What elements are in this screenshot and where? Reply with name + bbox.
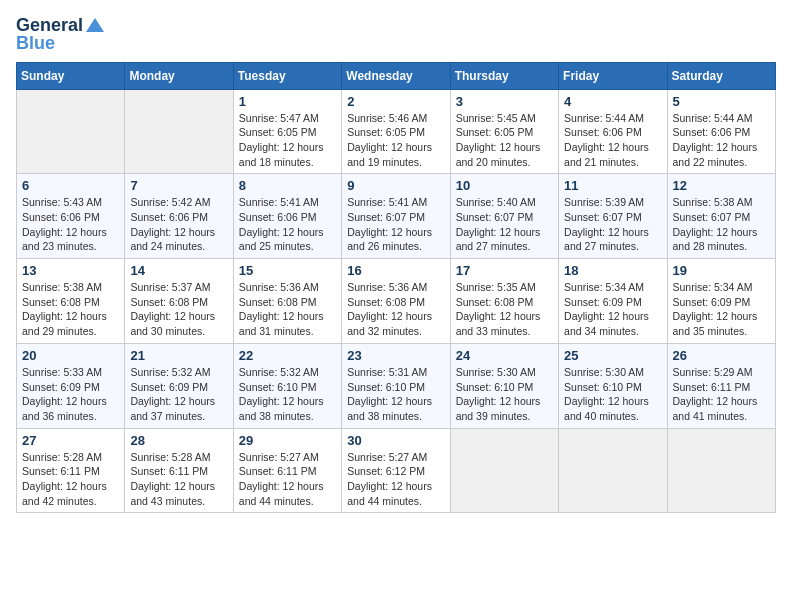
calendar-cell: 13Sunrise: 5:38 AMSunset: 6:08 PMDayligh… [17,259,125,344]
calendar-header-row: SundayMondayTuesdayWednesdayThursdayFrid… [17,62,776,89]
calendar-cell: 30Sunrise: 5:27 AMSunset: 6:12 PMDayligh… [342,428,450,513]
day-number: 9 [347,178,444,193]
weekday-header-tuesday: Tuesday [233,62,341,89]
day-info: Sunrise: 5:44 AMSunset: 6:06 PMDaylight:… [673,111,770,170]
day-info: Sunrise: 5:36 AMSunset: 6:08 PMDaylight:… [239,280,336,339]
day-info: Sunrise: 5:29 AMSunset: 6:11 PMDaylight:… [673,365,770,424]
day-number: 7 [130,178,227,193]
day-number: 20 [22,348,119,363]
day-info: Sunrise: 5:28 AMSunset: 6:11 PMDaylight:… [130,450,227,509]
day-info: Sunrise: 5:38 AMSunset: 6:08 PMDaylight:… [22,280,119,339]
day-info: Sunrise: 5:30 AMSunset: 6:10 PMDaylight:… [456,365,553,424]
weekday-header-thursday: Thursday [450,62,558,89]
calendar-cell: 24Sunrise: 5:30 AMSunset: 6:10 PMDayligh… [450,343,558,428]
day-info: Sunrise: 5:36 AMSunset: 6:08 PMDaylight:… [347,280,444,339]
day-info: Sunrise: 5:41 AMSunset: 6:07 PMDaylight:… [347,195,444,254]
calendar-cell: 6Sunrise: 5:43 AMSunset: 6:06 PMDaylight… [17,174,125,259]
day-number: 11 [564,178,661,193]
calendar-cell: 29Sunrise: 5:27 AMSunset: 6:11 PMDayligh… [233,428,341,513]
calendar-cell [667,428,775,513]
day-info: Sunrise: 5:41 AMSunset: 6:06 PMDaylight:… [239,195,336,254]
calendar-cell: 3Sunrise: 5:45 AMSunset: 6:05 PMDaylight… [450,89,558,174]
weekday-header-saturday: Saturday [667,62,775,89]
day-number: 15 [239,263,336,278]
day-info: Sunrise: 5:28 AMSunset: 6:11 PMDaylight:… [22,450,119,509]
day-number: 23 [347,348,444,363]
day-info: Sunrise: 5:30 AMSunset: 6:10 PMDaylight:… [564,365,661,424]
calendar-cell: 20Sunrise: 5:33 AMSunset: 6:09 PMDayligh… [17,343,125,428]
calendar-cell: 5Sunrise: 5:44 AMSunset: 6:06 PMDaylight… [667,89,775,174]
day-number: 3 [456,94,553,109]
calendar-cell: 4Sunrise: 5:44 AMSunset: 6:06 PMDaylight… [559,89,667,174]
day-number: 4 [564,94,661,109]
day-info: Sunrise: 5:47 AMSunset: 6:05 PMDaylight:… [239,111,336,170]
calendar-week-row: 13Sunrise: 5:38 AMSunset: 6:08 PMDayligh… [17,259,776,344]
page-header: General Blue [16,16,776,54]
calendar-cell: 7Sunrise: 5:42 AMSunset: 6:06 PMDaylight… [125,174,233,259]
calendar-cell: 10Sunrise: 5:40 AMSunset: 6:07 PMDayligh… [450,174,558,259]
day-info: Sunrise: 5:44 AMSunset: 6:06 PMDaylight:… [564,111,661,170]
day-number: 16 [347,263,444,278]
calendar-cell: 26Sunrise: 5:29 AMSunset: 6:11 PMDayligh… [667,343,775,428]
calendar-cell: 2Sunrise: 5:46 AMSunset: 6:05 PMDaylight… [342,89,450,174]
calendar-cell: 15Sunrise: 5:36 AMSunset: 6:08 PMDayligh… [233,259,341,344]
calendar-cell [450,428,558,513]
day-info: Sunrise: 5:32 AMSunset: 6:10 PMDaylight:… [239,365,336,424]
day-number: 12 [673,178,770,193]
day-number: 1 [239,94,336,109]
day-number: 8 [239,178,336,193]
calendar-week-row: 6Sunrise: 5:43 AMSunset: 6:06 PMDaylight… [17,174,776,259]
calendar-cell: 9Sunrise: 5:41 AMSunset: 6:07 PMDaylight… [342,174,450,259]
day-info: Sunrise: 5:39 AMSunset: 6:07 PMDaylight:… [564,195,661,254]
calendar-cell: 11Sunrise: 5:39 AMSunset: 6:07 PMDayligh… [559,174,667,259]
day-number: 14 [130,263,227,278]
day-number: 19 [673,263,770,278]
calendar-cell: 28Sunrise: 5:28 AMSunset: 6:11 PMDayligh… [125,428,233,513]
day-number: 24 [456,348,553,363]
calendar-cell: 8Sunrise: 5:41 AMSunset: 6:06 PMDaylight… [233,174,341,259]
day-number: 2 [347,94,444,109]
calendar-cell: 22Sunrise: 5:32 AMSunset: 6:10 PMDayligh… [233,343,341,428]
day-number: 5 [673,94,770,109]
calendar-week-row: 27Sunrise: 5:28 AMSunset: 6:11 PMDayligh… [17,428,776,513]
day-info: Sunrise: 5:35 AMSunset: 6:08 PMDaylight:… [456,280,553,339]
day-number: 29 [239,433,336,448]
svg-marker-0 [86,18,104,32]
day-number: 22 [239,348,336,363]
weekday-header-wednesday: Wednesday [342,62,450,89]
logo-text-blue: Blue [16,34,55,54]
day-info: Sunrise: 5:27 AMSunset: 6:12 PMDaylight:… [347,450,444,509]
calendar-cell [559,428,667,513]
logo: General Blue [16,16,104,54]
day-number: 28 [130,433,227,448]
day-number: 10 [456,178,553,193]
day-number: 6 [22,178,119,193]
day-info: Sunrise: 5:33 AMSunset: 6:09 PMDaylight:… [22,365,119,424]
day-info: Sunrise: 5:27 AMSunset: 6:11 PMDaylight:… [239,450,336,509]
day-info: Sunrise: 5:46 AMSunset: 6:05 PMDaylight:… [347,111,444,170]
weekday-header-monday: Monday [125,62,233,89]
day-info: Sunrise: 5:45 AMSunset: 6:05 PMDaylight:… [456,111,553,170]
calendar-cell: 25Sunrise: 5:30 AMSunset: 6:10 PMDayligh… [559,343,667,428]
day-info: Sunrise: 5:38 AMSunset: 6:07 PMDaylight:… [673,195,770,254]
day-number: 13 [22,263,119,278]
day-info: Sunrise: 5:34 AMSunset: 6:09 PMDaylight:… [564,280,661,339]
calendar-table: SundayMondayTuesdayWednesdayThursdayFrid… [16,62,776,514]
day-info: Sunrise: 5:43 AMSunset: 6:06 PMDaylight:… [22,195,119,254]
day-info: Sunrise: 5:40 AMSunset: 6:07 PMDaylight:… [456,195,553,254]
calendar-cell: 12Sunrise: 5:38 AMSunset: 6:07 PMDayligh… [667,174,775,259]
day-number: 18 [564,263,661,278]
calendar-cell: 1Sunrise: 5:47 AMSunset: 6:05 PMDaylight… [233,89,341,174]
calendar-cell: 23Sunrise: 5:31 AMSunset: 6:10 PMDayligh… [342,343,450,428]
calendar-week-row: 1Sunrise: 5:47 AMSunset: 6:05 PMDaylight… [17,89,776,174]
weekday-header-sunday: Sunday [17,62,125,89]
calendar-cell: 21Sunrise: 5:32 AMSunset: 6:09 PMDayligh… [125,343,233,428]
day-number: 27 [22,433,119,448]
calendar-cell [17,89,125,174]
day-number: 21 [130,348,227,363]
calendar-cell: 17Sunrise: 5:35 AMSunset: 6:08 PMDayligh… [450,259,558,344]
day-info: Sunrise: 5:37 AMSunset: 6:08 PMDaylight:… [130,280,227,339]
day-number: 26 [673,348,770,363]
calendar-cell: 19Sunrise: 5:34 AMSunset: 6:09 PMDayligh… [667,259,775,344]
calendar-cell [125,89,233,174]
